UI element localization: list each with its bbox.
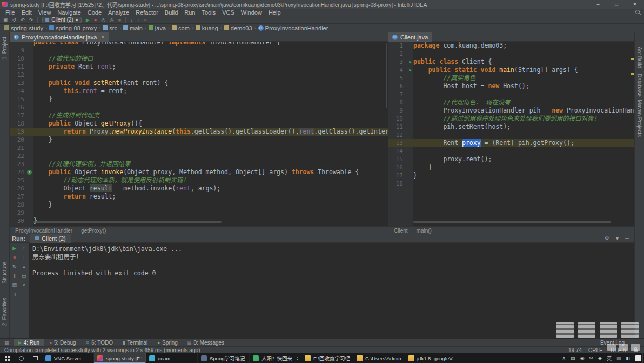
tab-client[interactable]: Client.java <box>388 32 432 42</box>
pause-output-icon[interactable]: ‖ <box>14 273 16 279</box>
gutter-line[interactable]: 10 <box>388 115 413 123</box>
menu-build[interactable]: Build <box>162 9 181 16</box>
code-line[interactable]: return result; <box>33 193 388 201</box>
tab-proxyinvocationhandler[interactable]: ProxyInvocationHandler.java ✕ <box>10 32 109 42</box>
taskbar-app-360[interactable]: 人阳？快回来 - 360... <box>250 353 301 363</box>
menu-run[interactable]: Run <box>181 9 198 16</box>
toolwindow-button-terminal[interactable]: ▮Terminal <box>118 339 152 346</box>
tray-icon-f[interactable]: ◧ <box>626 355 630 361</box>
gutter-line[interactable]: 9 <box>388 107 413 115</box>
code-line[interactable]: ProxyInvocationHandler pih = new ProxyIn… <box>413 107 634 115</box>
breadcrumb-method[interactable]: getProxy() <box>81 228 106 234</box>
tray-expand-icon[interactable]: ∧ <box>562 355 566 361</box>
close-button[interactable]: ✕ <box>626 0 644 9</box>
gutter-line[interactable]: 11 <box>10 63 33 71</box>
event-log-button[interactable]: Event Log <box>600 340 644 346</box>
code-line[interactable]: //代理角色： 现在没有 <box>413 98 634 107</box>
breadcrumb-item-demo03[interactable]: demo03 <box>223 25 253 31</box>
menu-analyze[interactable]: Analyze <box>105 9 132 16</box>
gutter-line[interactable]: 13 <box>10 79 33 87</box>
menu-refactor[interactable]: Refactor <box>132 9 162 16</box>
code-line[interactable]: //处理代理实例，并返回结果 <box>33 160 388 168</box>
editor-code[interactable]: public class ProxyInvocationHandler impl… <box>33 42 388 226</box>
code-line[interactable]: package com.kuang.demo03; <box>413 42 634 50</box>
code-line[interactable]: public class Client { <box>413 58 634 66</box>
code-line[interactable]: Rent proxy = (Rent) pih.getProxy(); <box>413 139 634 147</box>
menu-code[interactable]: Code <box>84 9 105 16</box>
code-line[interactable]: } <box>33 95 388 103</box>
taskbar-app-spring-study-f[interactable]: spring-study [F:\回... <box>94 353 146 363</box>
gutter-line[interactable]: 16 <box>10 103 33 111</box>
toolwindow-button-5-debug[interactable]: ●5: Debug <box>44 339 81 346</box>
code-line[interactable] <box>413 90 634 98</box>
gutter-line[interactable]: 1 <box>388 42 413 50</box>
profiler-icon[interactable]: ◷ <box>110 16 114 24</box>
breadcrumb-method[interactable]: main() <box>417 228 432 234</box>
code-line[interactable]: public Object getProxy(){ <box>33 120 388 128</box>
maximize-button[interactable]: □ <box>607 0 626 9</box>
rerun-icon[interactable]: ▶ <box>12 246 16 251</box>
override-icon[interactable]: ↑ <box>27 170 32 175</box>
gutter-line[interactable] <box>10 42 33 47</box>
gutter-line[interactable]: 24↑ <box>10 168 33 176</box>
taskbar-app-vnc-server[interactable]: VNC Server <box>42 353 94 363</box>
run-console[interactable]: D:\Environment\jdk8\jdk\bin\java.exe ...… <box>29 243 634 338</box>
run-line-icon[interactable]: ▶ <box>409 68 412 72</box>
gutter-line[interactable]: 14 <box>10 87 33 95</box>
status-message[interactable]: Compilation completed successfully with … <box>0 347 200 353</box>
gutter-line[interactable]: 30 <box>10 217 33 225</box>
editor-code[interactable]: package com.kuang.demo03;public class Cl… <box>413 42 634 226</box>
lock-icon[interactable] <box>634 349 638 352</box>
action-center-button[interactable] <box>634 353 642 363</box>
code-line[interactable]: //通过调用程序处理角色来处理我们要调用的接口对象！ <box>413 115 634 123</box>
update-project-icon[interactable]: ↓ <box>130 16 133 24</box>
horizontal-scrollbar[interactable] <box>33 221 222 223</box>
caret-position[interactable]: 19:74 <box>568 347 582 353</box>
clear-all-icon[interactable]: ▯ <box>13 292 16 297</box>
menu-edit[interactable]: Edit <box>18 9 35 16</box>
encoding-indicator[interactable]: UTF-8: <box>611 347 627 353</box>
code-line[interactable]: } <box>33 201 388 209</box>
commit-icon[interactable]: ↑ <box>137 16 140 24</box>
gutter-line[interactable]: 9 <box>10 47 33 55</box>
gutter-line[interactable]: 14 <box>388 147 413 155</box>
gutter-line[interactable]: 10 <box>10 55 33 63</box>
code-line[interactable] <box>413 180 634 188</box>
gutter-line[interactable]: 6 <box>388 82 413 90</box>
menu-file[interactable]: File <box>2 9 18 16</box>
gutter-line[interactable]: 18 <box>388 180 413 188</box>
sync-icon[interactable]: ↺ <box>12 16 17 24</box>
stop-icon[interactable]: ■ <box>13 255 16 260</box>
code-line[interactable]: public Object invoke(Object proxy, Metho… <box>33 168 388 176</box>
hide-icon[interactable]: ─ <box>625 235 629 241</box>
gutter-line[interactable]: 29 <box>10 209 33 217</box>
menu-view[interactable]: View <box>35 9 55 16</box>
line-ending-indicator[interactable]: CRLF: <box>588 347 604 353</box>
gutter-line[interactable]: 4▶ <box>388 66 413 74</box>
menu-navigate[interactable]: Navigate <box>54 9 84 16</box>
tool-button-1-project[interactable]: 1: Project <box>2 37 8 60</box>
language-indicator[interactable]: 英 <box>607 355 612 362</box>
gutter-line[interactable]: 22 <box>10 152 33 160</box>
gutter-line[interactable]: 12 <box>388 131 413 139</box>
tool-button-maven-projects[interactable]: Maven Projects <box>636 100 642 137</box>
breadcrumb-item-main[interactable]: main <box>122 25 144 31</box>
tool-button-structure[interactable]: Structure <box>2 262 8 284</box>
search-everywhere-icon[interactable] <box>635 10 640 14</box>
tool-window-switcher-icon[interactable]: ▦ <box>0 340 14 345</box>
editor-body[interactable]: 123▶4▶56789101112131415161718 package co… <box>388 42 634 226</box>
prev-trace-icon[interactable]: ↑ <box>23 246 25 251</box>
code-line[interactable]: } <box>413 163 634 171</box>
gutter-line[interactable]: 3▶ <box>388 58 413 66</box>
code-line[interactable]: private Rent rent; <box>33 63 388 71</box>
gutter-line[interactable]: 8 <box>388 98 413 107</box>
gutter-line[interactable]: 23 <box>10 160 33 168</box>
code-line[interactable] <box>33 103 388 111</box>
tool-button-2-favorites[interactable]: 2: Favorites <box>2 298 8 326</box>
gutter-line[interactable]: 2 <box>388 50 413 58</box>
code-line[interactable]: public static void main(String[] args) { <box>413 66 634 74</box>
taskbar-app-f[interactable]: F:\回收竟学习\回... <box>301 353 353 363</box>
gutter-line[interactable]: 20 <box>10 136 33 144</box>
editor-body[interactable]: 9101112131415161718192021222324↑25262728… <box>10 42 388 226</box>
code-line[interactable] <box>413 147 634 155</box>
